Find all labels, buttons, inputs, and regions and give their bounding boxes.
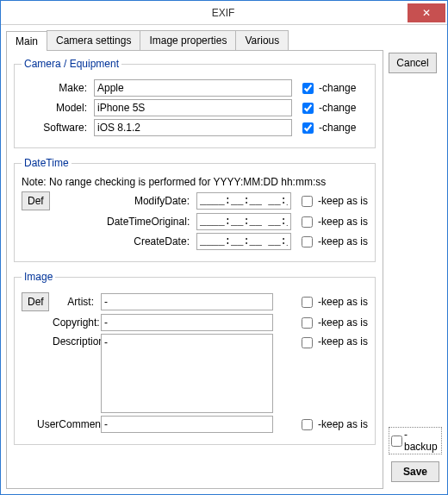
tab-page-main: Camera / Equipment Make: -change Model: … (6, 50, 383, 489)
datetime-legend: DateTime (22, 157, 72, 169)
createdate-label: CreateDate: (107, 235, 193, 248)
exif-window: EXIF ✕ Main Camera settings Image proper… (0, 0, 448, 495)
image-legend: Image (22, 271, 55, 283)
usercomment-input[interactable] (101, 416, 273, 433)
datetimeoriginal-row: DateTimeOriginal: -keep as is (22, 213, 368, 230)
createdate-keep-checkbox[interactable] (302, 236, 313, 248)
artist-keep-checkbox[interactable] (302, 297, 313, 308)
model-change-checkbox[interactable] (302, 103, 314, 114)
model-input[interactable] (94, 99, 292, 116)
modifydate-input[interactable] (196, 192, 291, 210)
datetimeoriginal-keep-label: -keep as is (318, 216, 368, 228)
artist-row: Def Artist: -keep as is (22, 292, 368, 311)
backup-checkbox[interactable] (391, 435, 402, 447)
tab-main[interactable]: Main (6, 31, 47, 51)
modifydate-keep-checkbox[interactable] (302, 196, 313, 207)
window-title: EXIF (39, 7, 408, 19)
artist-keep-label: -keep as is (318, 296, 368, 308)
artist-input[interactable] (101, 293, 273, 310)
datetime-def-button[interactable]: Def (22, 191, 50, 210)
datetime-group: DateTime Note: No range checking is perf… (14, 157, 376, 262)
createdate-keep-label: -keep as is (318, 235, 368, 248)
model-change-label: -change (319, 102, 356, 114)
cancel-button[interactable]: Cancel (389, 53, 437, 73)
titlebar: EXIF ✕ (1, 1, 447, 25)
modifydate-row: Def ModifyDate: -keep as is (22, 191, 368, 210)
client-area: Main Camera settings Image properties Va… (1, 25, 447, 494)
datetimeoriginal-label: DateTimeOriginal: (107, 216, 193, 228)
backup-label: -backup (404, 429, 439, 453)
tab-camera-settings[interactable]: Camera settings (47, 30, 140, 50)
datetimeoriginal-keep-checkbox[interactable] (302, 216, 313, 228)
image-def-button[interactable]: Def (22, 292, 49, 311)
description-label: Description: (53, 334, 97, 348)
software-input[interactable] (94, 119, 292, 136)
close-button[interactable]: ✕ (408, 3, 445, 22)
software-change-checkbox[interactable] (302, 122, 314, 134)
copyright-row: Copyright: -keep as is (22, 314, 368, 331)
copyright-keep-label: -keep as is (318, 316, 368, 329)
createdate-row: CreateDate: -keep as is (22, 233, 368, 250)
artist-label: Artist: (53, 296, 97, 308)
description-keep-checkbox[interactable] (302, 337, 313, 348)
save-button[interactable]: Save (391, 461, 439, 482)
image-group: Image Def Artist: -keep as is Copyright: (14, 271, 376, 445)
modifydate-keep-label: -keep as is (318, 195, 368, 207)
main-panel: Main Camera settings Image properties Va… (6, 30, 383, 489)
tab-various[interactable]: Various (235, 30, 289, 50)
make-change-checkbox[interactable] (302, 83, 314, 94)
make-input[interactable] (94, 79, 292, 97)
right-bottom: -backup Save (389, 427, 442, 482)
close-icon: ✕ (422, 7, 431, 19)
description-keep-label: -keep as is (318, 334, 368, 348)
description-input[interactable] (101, 334, 273, 413)
software-change-label: -change (319, 122, 356, 134)
usercomment-keep-label: -keep as is (318, 418, 368, 430)
tab-image-properties[interactable]: Image properties (140, 30, 236, 50)
copyright-label: Copyright: (53, 316, 97, 329)
camera-equipment-legend: Camera / Equipment (22, 58, 121, 70)
right-panel: Cancel -backup Save (389, 30, 442, 489)
backup-row: -backup (389, 427, 442, 454)
make-label: Make: (22, 82, 90, 94)
datetimeoriginal-input[interactable] (196, 213, 291, 230)
usercomment-row: UserComment: -keep as is (22, 416, 368, 433)
usercomment-keep-checkbox[interactable] (302, 419, 313, 430)
make-row: Make: -change (22, 79, 368, 97)
make-change-label: -change (319, 82, 356, 94)
modifydate-label: ModifyDate: (107, 195, 193, 207)
description-row: Description: -keep as is (22, 334, 368, 413)
usercomment-label: UserComment: (37, 418, 97, 430)
datetime-note: Note: No range checking is performed for… (22, 176, 368, 188)
software-label: Software: (22, 122, 90, 134)
copyright-keep-checkbox[interactable] (302, 317, 313, 329)
tab-strip: Main Camera settings Image properties Va… (6, 30, 383, 50)
copyright-input[interactable] (101, 314, 273, 331)
model-row: Model: -change (22, 99, 368, 116)
model-label: Model: (22, 102, 90, 114)
createdate-input[interactable] (196, 233, 291, 250)
camera-equipment-group: Camera / Equipment Make: -change Model: … (14, 58, 376, 148)
software-row: Software: -change (22, 119, 368, 136)
